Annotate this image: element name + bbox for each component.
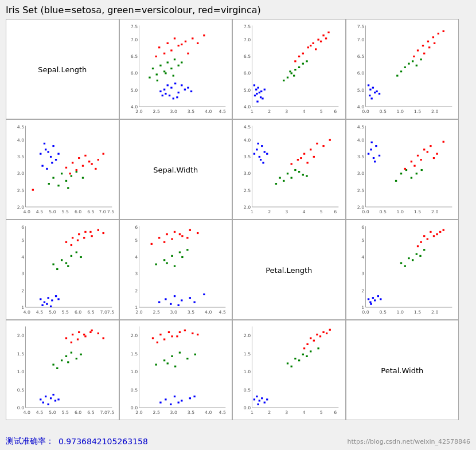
- svg-rect-34: [163, 71, 165, 72]
- svg-text:5.5: 5.5: [62, 410, 69, 415]
- svg-rect-309: [83, 237, 85, 238]
- svg-rect-382: [436, 233, 438, 235]
- svg-rect-218: [275, 183, 277, 185]
- svg-text:4.0: 4.0: [130, 104, 138, 109]
- svg-rect-155: [40, 153, 41, 155]
- svg-text:3: 3: [285, 109, 288, 114]
- svg-rect-25: [176, 96, 178, 98]
- svg-text:5: 5: [320, 109, 323, 114]
- svg-text:3.0: 3.0: [170, 410, 177, 415]
- watermark: https://blog.csdn.net/weixin_42578846: [347, 438, 470, 445]
- svg-rect-385: [432, 235, 434, 237]
- svg-rect-224: [322, 145, 324, 147]
- svg-rect-469: [197, 334, 198, 335]
- svg-rect-466: [163, 338, 165, 340]
- cell-2-1: 2.0 2.5 3.0 3.5 4.0 4.5 1 2 3 4 5 6: [119, 220, 233, 320]
- svg-rect-28: [161, 95, 163, 96]
- svg-rect-291: [57, 298, 59, 300]
- svg-text:1.5: 1.5: [413, 109, 421, 114]
- svg-rect-158: [52, 145, 54, 147]
- svg-rect-383: [442, 229, 444, 231]
- svg-rect-408: [42, 402, 44, 404]
- svg-rect-126: [415, 65, 417, 66]
- svg-rect-52: [197, 42, 198, 44]
- svg-text:4.0: 4.0: [17, 138, 25, 143]
- cell-1-0: 4.0 4.5 5.0 5.5 6.0 6.5 7.0 7.5 2.0 2.5 …: [6, 119, 119, 220]
- cell-0-3: 0.0 0.5 1.0 1.5 2.0 4.0 5.0 6.0 6.5 7.0 …: [346, 19, 459, 119]
- scatter-1-3: 0.0 0.5 1.0 1.5 2.0 2.0 2.5 3.0 3.5 4.0 …: [346, 120, 459, 219]
- svg-rect-119: [370, 97, 372, 99]
- svg-rect-177: [78, 157, 80, 159]
- svg-rect-69: [253, 84, 255, 86]
- svg-rect-266: [404, 168, 405, 170]
- svg-rect-255: [420, 169, 422, 171]
- svg-text:0.0: 0.0: [244, 405, 251, 410]
- svg-text:7.5: 7.5: [107, 310, 115, 315]
- svg-text:4: 4: [303, 209, 306, 214]
- svg-text:7.0: 7.0: [130, 37, 138, 42]
- svg-rect-98: [298, 56, 300, 57]
- svg-text:3: 3: [135, 272, 138, 277]
- main-container: Iris Set (blue=setosa, green=versicolour…: [0, 0, 476, 450]
- svg-rect-335: [163, 259, 165, 261]
- svg-rect-168: [65, 180, 67, 182]
- svg-rect-373: [400, 262, 401, 264]
- scatter-3-0: 4.0 4.5 5.0 5.5 6.0 6.5 7.0 7.5 0.0 0.5 …: [6, 320, 119, 420]
- svg-rect-49: [184, 41, 186, 42]
- svg-text:4.5: 4.5: [357, 124, 364, 130]
- svg-rect-429: [83, 334, 85, 335]
- svg-rect-47: [170, 49, 172, 51]
- scatter-3-2: 1 2 3 4 5 6 0.0 0.5 1.0 1.5 2.0: [233, 320, 345, 420]
- svg-text:0.5: 0.5: [379, 109, 387, 114]
- svg-rect-486: [259, 400, 260, 401]
- svg-rect-215: [283, 180, 284, 182]
- svg-rect-226: [291, 163, 292, 165]
- svg-rect-406: [50, 397, 52, 399]
- svg-rect-35: [170, 68, 172, 69]
- svg-rect-127: [396, 75, 398, 76]
- svg-rect-205: [261, 145, 263, 147]
- svg-rect-292: [52, 263, 54, 265]
- svg-rect-428: [77, 338, 79, 340]
- svg-text:2.0: 2.0: [17, 205, 25, 210]
- svg-rect-17: [159, 91, 161, 92]
- svg-rect-490: [266, 398, 268, 400]
- svg-rect-164: [41, 165, 43, 167]
- svg-rect-505: [326, 332, 327, 334]
- svg-rect-349: [171, 238, 173, 240]
- svg-text:1.5: 1.5: [130, 351, 138, 357]
- svg-rect-211: [279, 177, 280, 179]
- svg-rect-298: [56, 268, 58, 270]
- svg-text:0.5: 0.5: [17, 388, 25, 393]
- svg-text:3: 3: [285, 410, 288, 415]
- svg-rect-99: [294, 60, 296, 62]
- scatter-2-3: 0.0 0.5 1.0 1.5 2.0 1 2 3 4 5 6: [346, 220, 459, 319]
- svg-rect-184: [82, 165, 84, 167]
- svg-rect-259: [430, 145, 431, 147]
- svg-rect-256: [410, 161, 412, 162]
- svg-rect-425: [97, 332, 99, 334]
- svg-rect-84: [302, 62, 304, 64]
- svg-text:3.5: 3.5: [357, 154, 364, 159]
- svg-rect-304: [91, 235, 92, 237]
- svg-rect-470: [156, 342, 158, 343]
- svg-rect-161: [55, 159, 57, 161]
- svg-rect-414: [65, 355, 67, 357]
- bottom-bar: 测试准确率： 0.9736842105263158 https://blog.c…: [6, 436, 470, 447]
- svg-text:4.0: 4.0: [24, 209, 31, 214]
- svg-rect-133: [437, 33, 439, 34]
- svg-rect-174: [48, 183, 50, 185]
- svg-rect-228: [306, 162, 308, 163]
- svg-rect-229: [313, 156, 315, 158]
- svg-rect-498: [306, 355, 307, 357]
- accuracy-value: 0.9736842105263158: [58, 437, 148, 446]
- svg-text:2.0: 2.0: [357, 205, 364, 210]
- svg-rect-210: [266, 153, 268, 155]
- svg-rect-264: [426, 151, 428, 153]
- svg-rect-138: [413, 56, 415, 57]
- svg-text:6.5: 6.5: [87, 310, 95, 315]
- svg-rect-307: [71, 244, 72, 246]
- svg-rect-412: [52, 363, 54, 365]
- svg-rect-202: [253, 153, 255, 155]
- svg-rect-285: [47, 297, 49, 299]
